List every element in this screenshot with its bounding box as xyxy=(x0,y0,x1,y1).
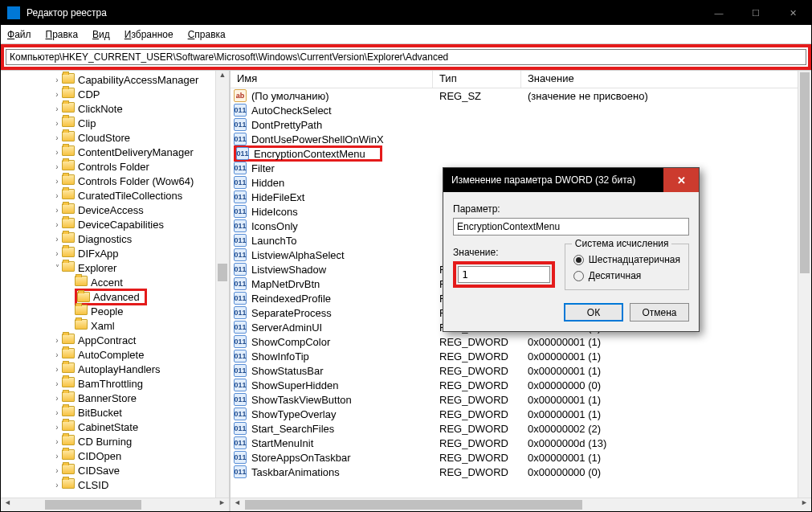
window-close-button[interactable]: ✕ xyxy=(774,1,811,25)
chevron-right-icon[interactable]: › xyxy=(52,206,62,215)
tree-item[interactable]: ›AutoplayHandlers xyxy=(1,362,229,376)
registry-value-row[interactable]: 011TaskbarAnimationsREG_DWORD0x00000000 … xyxy=(231,465,811,479)
registry-value-row[interactable]: 011DontUsePowerShellOnWinX xyxy=(231,132,811,146)
minimize-button[interactable]: — xyxy=(700,1,737,25)
registry-value-row[interactable]: ab(По умолчанию)REG_SZ(значение не присв… xyxy=(231,88,811,103)
dialog-close-button[interactable]: ✕ xyxy=(663,168,699,192)
tree-item[interactable]: ›CD Burning xyxy=(1,434,229,449)
tree-body[interactable]: ›CapabilityAccessManager›CDP›ClickNote›C… xyxy=(1,71,229,498)
chevron-down-icon[interactable]: ˅ xyxy=(52,264,62,272)
chevron-right-icon[interactable]: › xyxy=(52,133,62,142)
chevron-right-icon[interactable]: › xyxy=(52,437,62,446)
menu-favorites[interactable]: Избранное xyxy=(124,29,173,40)
tree-item[interactable]: ›CloudStore xyxy=(1,130,229,145)
chevron-right-icon[interactable]: › xyxy=(52,379,62,388)
list-vscrollbar[interactable] xyxy=(798,71,811,511)
chevron-right-icon[interactable]: › xyxy=(52,191,62,200)
chevron-right-icon[interactable]: › xyxy=(52,394,62,403)
tree-item[interactable]: ›Diagnostics xyxy=(1,231,229,246)
registry-value-row[interactable]: 011ShowInfoTipREG_DWORD0x00000001 (1) xyxy=(231,349,811,363)
tree-item[interactable]: ›CapabilityAccessManager xyxy=(1,72,229,87)
col-name[interactable]: Имя xyxy=(231,71,433,88)
menu-edit[interactable]: Правка xyxy=(46,29,79,40)
registry-value-row[interactable]: 011Start_SearchFilesREG_DWORD0x00000002 … xyxy=(231,421,811,436)
tree-item[interactable]: ›AppContract xyxy=(1,333,229,347)
chevron-right-icon[interactable]: › xyxy=(52,408,62,417)
chevron-right-icon[interactable]: › xyxy=(52,220,62,229)
chevron-right-icon[interactable]: › xyxy=(52,481,62,489)
tree-item[interactable]: ›CDP xyxy=(1,87,229,101)
chevron-right-icon[interactable]: › xyxy=(52,119,62,128)
tree-item[interactable]: ›AutoComplete xyxy=(1,347,229,362)
chevron-right-icon[interactable]: › xyxy=(52,365,62,374)
tree-item[interactable]: Xaml xyxy=(1,318,229,333)
tree-item[interactable]: Accent xyxy=(1,275,229,289)
tree-item[interactable]: ›DeviceAccess xyxy=(1,203,229,217)
col-value[interactable]: Значение xyxy=(521,71,811,88)
tree-item[interactable]: ›CLSID xyxy=(1,477,229,492)
value-input[interactable] xyxy=(458,266,550,283)
chevron-right-icon[interactable]: › xyxy=(52,466,62,475)
ok-button[interactable]: ОК xyxy=(564,303,623,322)
titlebar[interactable]: Редактор реестра — ☐ ✕ xyxy=(1,1,811,25)
radix-hex-option[interactable]: Шестнадцатеричная xyxy=(573,254,680,265)
registry-value-row[interactable]: 011ShowTypeOverlayREG_DWORD0x00000001 (1… xyxy=(231,407,811,421)
chevron-right-icon[interactable]: › xyxy=(52,104,62,113)
scrollbar-thumb[interactable] xyxy=(45,500,141,510)
chevron-right-icon[interactable]: › xyxy=(52,336,62,345)
chevron-right-icon[interactable]: › xyxy=(52,249,62,258)
scrollbar-thumb[interactable] xyxy=(245,500,582,510)
scrollbar-thumb[interactable] xyxy=(218,264,227,281)
menu-help[interactable]: Справка xyxy=(188,29,226,40)
tree-item[interactable]: ›DeviceCapabilities xyxy=(1,217,229,231)
registry-value-row[interactable]: 011AutoCheckSelect xyxy=(231,103,811,117)
tree-hscrollbar[interactable]: ◄ ► xyxy=(1,498,229,511)
address-input[interactable] xyxy=(6,49,806,65)
tree-item[interactable]: ›CIDSave xyxy=(1,463,229,477)
tree-item[interactable]: ›DIFxApp xyxy=(1,246,229,260)
registry-value-row[interactable]: 011DontPrettyPath xyxy=(231,117,811,132)
col-type[interactable]: Тип xyxy=(433,71,521,88)
chevron-right-icon[interactable]: › xyxy=(52,423,62,432)
registry-value-row[interactable]: 011ShowTaskViewButtonREG_DWORD0x00000001… xyxy=(231,392,811,407)
scrollbar-thumb[interactable] xyxy=(800,72,810,273)
chevron-right-icon[interactable]: › xyxy=(52,76,62,84)
chevron-right-icon[interactable]: › xyxy=(52,90,62,99)
registry-value-row[interactable]: 011StoreAppsOnTaskbarREG_DWORD0x00000001… xyxy=(231,450,811,465)
tree-item[interactable]: ›ClickNote xyxy=(1,101,229,116)
tree-item[interactable]: ›Controls Folder (Wow64) xyxy=(1,174,229,188)
tree-item[interactable]: ›BitBucket xyxy=(1,405,229,420)
registry-value-row[interactable]: 011ShowSuperHiddenREG_DWORD0x00000000 (0… xyxy=(231,378,811,392)
registry-value-row[interactable]: 011ShowCompColorREG_DWORD0x00000001 (1) xyxy=(231,334,811,349)
menu-view[interactable]: Вид xyxy=(92,29,110,40)
registry-value-row[interactable]: 011EncryptionContextMenu xyxy=(231,146,811,161)
menu-file[interactable]: Файл xyxy=(7,29,31,40)
dialog-titlebar[interactable]: Изменение параметра DWORD (32 бита) ✕ xyxy=(443,168,699,192)
chevron-right-icon[interactable]: › xyxy=(52,452,62,461)
folder-icon xyxy=(62,189,75,199)
registry-value-row[interactable]: 011StartMenuInitREG_DWORD0x0000000d (13) xyxy=(231,436,811,450)
tree-vscrollbar[interactable]: ▲ ▼ xyxy=(215,71,229,511)
tree-item[interactable]: ›BamThrottling xyxy=(1,376,229,391)
tree-item[interactable]: ›Clip xyxy=(1,116,229,130)
registry-value-row[interactable]: 011ShowStatusBarREG_DWORD0x00000001 (1) xyxy=(231,363,811,378)
chevron-right-icon[interactable]: › xyxy=(52,177,62,186)
tree-item[interactable]: ˅Explorer xyxy=(1,260,229,275)
chevron-right-icon[interactable]: › xyxy=(52,235,62,244)
tree-item[interactable]: ›BannerStore xyxy=(1,391,229,405)
tree-item[interactable]: ›CIDOpen xyxy=(1,449,229,463)
tree-item[interactable]: ›ContentDeliveryManager xyxy=(1,145,229,159)
chevron-right-icon[interactable]: › xyxy=(52,162,62,171)
chevron-right-icon[interactable]: › xyxy=(52,350,62,359)
chevron-right-icon[interactable]: › xyxy=(52,148,62,157)
tree-item[interactable]: ›CabinetState xyxy=(1,420,229,434)
tree-item[interactable]: ›Controls Folder xyxy=(1,159,229,174)
param-name-input[interactable] xyxy=(453,218,689,236)
cancel-button[interactable]: Отмена xyxy=(630,303,689,322)
tree-item[interactable]: Advanced xyxy=(1,289,229,304)
maximize-button[interactable]: ☐ xyxy=(737,1,774,25)
list-hscrollbar[interactable]: ◄ ► xyxy=(231,498,811,511)
tree-item[interactable]: ›CuratedTileCollections xyxy=(1,188,229,203)
tree-item[interactable]: People xyxy=(1,304,229,318)
radix-dec-option[interactable]: Десятичная xyxy=(573,270,680,281)
